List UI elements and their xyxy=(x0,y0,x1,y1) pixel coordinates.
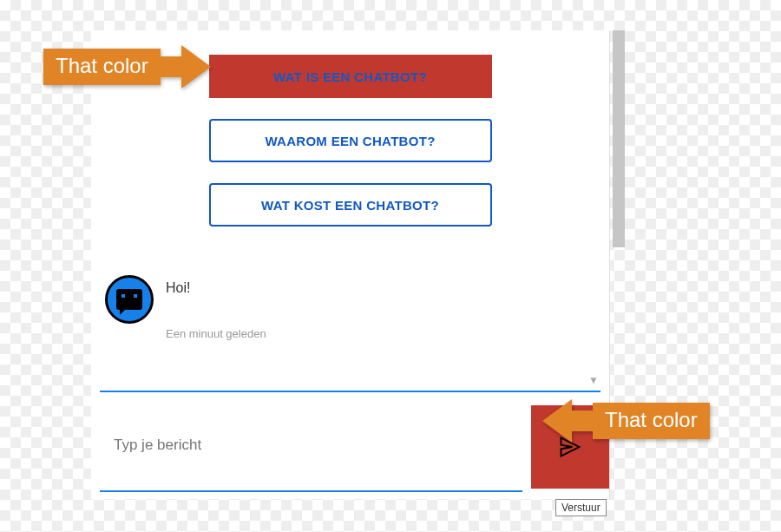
option-label: WAAROM EEN CHATBOT? xyxy=(265,134,435,148)
bot-message-text: Hoi! xyxy=(166,280,190,296)
arrow-left-icon xyxy=(542,399,572,443)
divider xyxy=(100,391,601,392)
option-button-1[interactable]: WAT IS EEN CHATBOT? xyxy=(209,55,492,98)
send-tooltip: Verstuur xyxy=(555,499,607,516)
option-button-2[interactable]: WAAROM EEN CHATBOT? xyxy=(209,119,492,162)
chevron-down-icon[interactable]: ▼ xyxy=(588,374,599,386)
bot-timestamp: Een minuut geleden xyxy=(105,327,609,340)
bot-message-row: Hoi! xyxy=(105,275,609,324)
bot-message: Hoi! xyxy=(166,275,190,296)
annotation-label: That color xyxy=(593,403,710,439)
scrollbar[interactable] xyxy=(613,30,625,247)
divider xyxy=(100,490,522,492)
arrow-shaft xyxy=(572,410,593,431)
arrow-right-icon xyxy=(181,45,211,89)
annotation-top: That color xyxy=(43,45,211,89)
annotation-bottom: That color xyxy=(542,399,710,443)
chat-panel: WAT IS EEN CHATBOT? WAAROM EEN CHATBOT? … xyxy=(91,30,610,499)
option-button-3[interactable]: WAT KOST EEN CHATBOT? xyxy=(209,183,492,227)
option-label: WAT IS EEN CHATBOT? xyxy=(273,69,427,84)
message-input[interactable] xyxy=(91,437,531,454)
arrow-shaft xyxy=(161,56,181,77)
annotation-label: That color xyxy=(43,49,161,85)
bot-avatar-icon xyxy=(105,275,154,324)
option-label: WAT KOST EEN CHATBOT? xyxy=(261,198,439,213)
message-input-row xyxy=(91,404,609,486)
